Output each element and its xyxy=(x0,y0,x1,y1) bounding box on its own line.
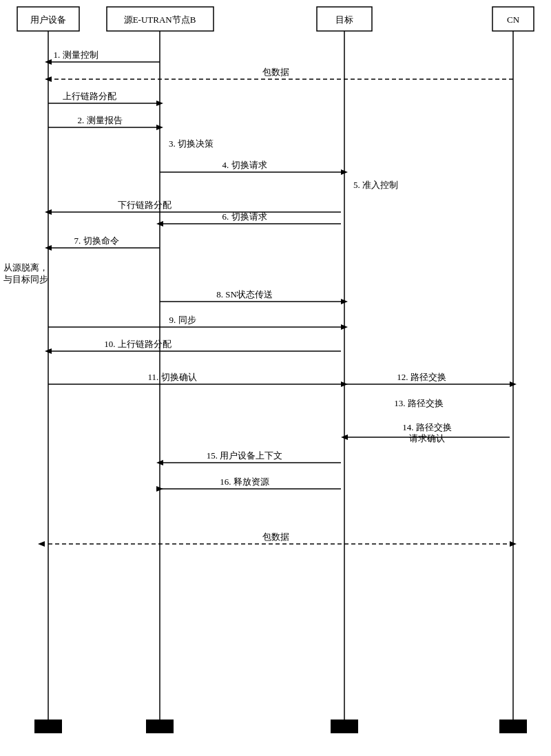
svg-text:15. 用户设备上下文: 15. 用户设备上下文 xyxy=(207,450,283,461)
svg-text:从源脱离，: 从源脱离， xyxy=(3,262,48,273)
svg-text:源E-UTRAN节点B: 源E-UTRAN节点B xyxy=(124,14,196,25)
svg-text:12. 路径交换: 12. 路径交换 xyxy=(397,372,446,382)
svg-text:CN: CN xyxy=(507,14,520,25)
sequence-diagram: 用户设备 源E-UTRAN节点B 目标 CN 1. 测量控制 包数据 上行链路分… xyxy=(0,0,551,756)
svg-text:下行链路分配: 下行链路分配 xyxy=(118,200,171,210)
svg-rect-13 xyxy=(146,720,174,733)
svg-text:1. 测量控制: 1. 测量控制 xyxy=(54,50,98,60)
svg-text:11. 切换确认: 11. 切换确认 xyxy=(147,372,196,382)
svg-text:上行链路分配: 上行链路分配 xyxy=(63,91,116,101)
svg-text:6. 切换请求: 6. 切换请求 xyxy=(222,211,267,222)
svg-rect-12 xyxy=(34,720,62,733)
svg-text:3. 切换决策: 3. 切换决策 xyxy=(169,138,214,149)
svg-text:包数据: 包数据 xyxy=(262,67,289,77)
svg-text:5. 准入控制: 5. 准入控制 xyxy=(353,180,398,190)
svg-text:请求确认: 请求确认 xyxy=(409,433,445,443)
svg-text:16. 释放资源: 16. 释放资源 xyxy=(220,476,269,487)
svg-text:2. 测量报告: 2. 测量报告 xyxy=(78,115,123,125)
svg-text:10. 上行链路分配: 10. 上行链路分配 xyxy=(104,339,171,349)
svg-text:4. 切换请求: 4. 切换请求 xyxy=(222,160,267,170)
svg-text:目标: 目标 xyxy=(335,14,353,25)
svg-rect-15 xyxy=(499,720,527,733)
svg-text:包数据: 包数据 xyxy=(262,532,289,542)
svg-text:13. 路径交换: 13. 路径交换 xyxy=(394,398,444,408)
svg-text:与目标同步: 与目标同步 xyxy=(3,274,48,284)
svg-text:7. 切换命令: 7. 切换命令 xyxy=(74,235,119,246)
svg-marker-72 xyxy=(38,541,45,547)
svg-rect-14 xyxy=(331,720,358,733)
svg-text:9. 同步: 9. 同步 xyxy=(169,315,196,325)
svg-text:用户设备: 用户设备 xyxy=(30,14,66,25)
svg-text:8. SN状态传送: 8. SN状态传送 xyxy=(216,289,273,300)
svg-text:14. 路径交换: 14. 路径交换 xyxy=(402,422,452,432)
